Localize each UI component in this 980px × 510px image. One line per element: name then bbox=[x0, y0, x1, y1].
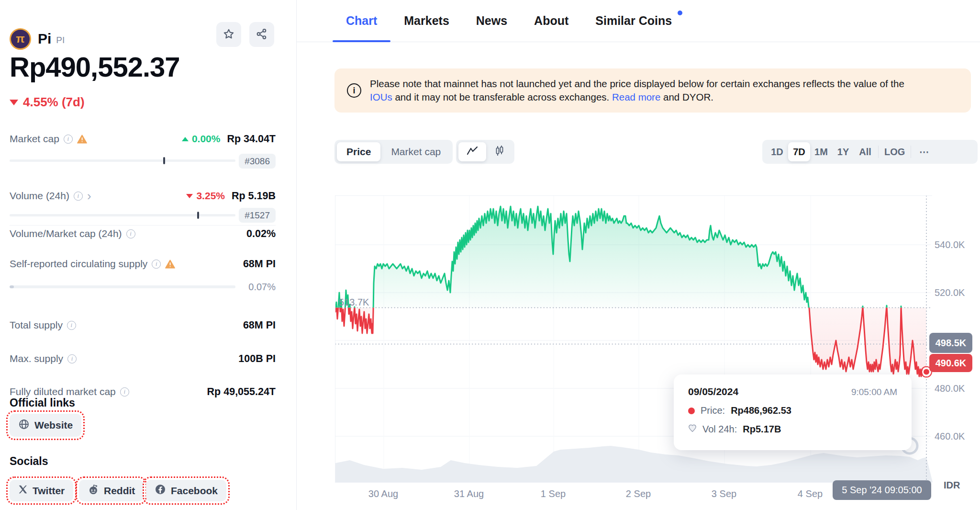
range-1d[interactable]: 1D bbox=[766, 142, 788, 161]
x-axis-tick: 30 Aug bbox=[368, 488, 398, 499]
info-icon[interactable]: i bbox=[126, 229, 135, 238]
circulating-supply-value: 68M PI bbox=[243, 258, 276, 270]
baseline-price-label: 513.7K bbox=[339, 297, 369, 308]
divider bbox=[10, 225, 276, 226]
x-axis-tick: 31 Aug bbox=[454, 488, 484, 499]
line-chart-icon bbox=[466, 146, 479, 159]
info-icon[interactable]: i bbox=[74, 192, 83, 201]
ious-link[interactable]: IOUs bbox=[370, 91, 392, 102]
range-7d[interactable]: 7D bbox=[788, 142, 810, 161]
market-cap-value: Rp 34.04T bbox=[227, 133, 276, 145]
warning-icon[interactable] bbox=[77, 135, 87, 144]
coin-symbol: PI bbox=[56, 35, 65, 45]
tooltip-price-value: Rp486,962.53 bbox=[731, 405, 791, 416]
market-cap-row: Market cap i 0.00% Rp 34.04T bbox=[10, 132, 276, 146]
total-supply-value: 68M PI bbox=[243, 319, 276, 331]
notification-dot bbox=[678, 11, 682, 15]
supply-progress-bar bbox=[10, 285, 235, 288]
share-icon bbox=[256, 28, 268, 42]
market-cap-label-group: Market cap i bbox=[10, 133, 87, 145]
volume-label-group: Volume (24h) i › bbox=[10, 190, 91, 202]
tab-markets[interactable]: Markets bbox=[390, 0, 463, 42]
y-axis-tick: 540.0K bbox=[935, 239, 965, 250]
info-icon[interactable]: i bbox=[120, 387, 129, 397]
time-range-selector: 1D 7D 1M 1Y All LOG ⋯ bbox=[762, 140, 978, 164]
line-chart-type-button[interactable] bbox=[458, 142, 486, 161]
y-axis-tick: 520.0K bbox=[935, 287, 965, 298]
y-axis-tick: 480.0K bbox=[935, 383, 965, 394]
read-more-link[interactable]: Read more bbox=[612, 91, 660, 102]
official-links-heading: Official links bbox=[10, 397, 75, 409]
range-1y[interactable]: 1Y bbox=[832, 142, 854, 161]
arrow-down-icon bbox=[186, 194, 193, 198]
share-button[interactable] bbox=[249, 22, 274, 47]
divider bbox=[911, 146, 911, 158]
more-options-button[interactable]: ⋯ bbox=[913, 142, 935, 161]
tooltip-volume-row: Vol 24h: Rp5.17B bbox=[688, 424, 897, 435]
tooltip-time: 9:05:00 AM bbox=[851, 387, 897, 397]
website-link[interactable]: Website bbox=[10, 414, 81, 437]
globe-icon bbox=[18, 419, 30, 432]
info-icon[interactable]: i bbox=[67, 354, 77, 363]
chevron-right-icon[interactable]: › bbox=[87, 193, 91, 199]
social-link-twitter[interactable]: Twitter bbox=[10, 480, 73, 501]
tab-about[interactable]: About bbox=[521, 0, 582, 42]
range-all[interactable]: All bbox=[854, 142, 876, 161]
x-axis-tick: 2 Sep bbox=[626, 488, 651, 499]
tab-similar-coins[interactable]: Similar Coins bbox=[582, 0, 688, 42]
candlestick-chart-type-button[interactable] bbox=[487, 142, 512, 161]
x-twitter-icon bbox=[18, 485, 28, 497]
market-cap-change: 0.00% bbox=[182, 133, 221, 145]
tab-chart[interactable]: Chart bbox=[333, 0, 390, 42]
notice-text: Please note that mainnet has not launche… bbox=[370, 77, 958, 104]
tooltip-date: 09/05/2024 bbox=[688, 386, 738, 397]
reddit-icon bbox=[88, 484, 99, 497]
log-scale-button[interactable]: LOG bbox=[880, 142, 909, 161]
star-icon bbox=[223, 28, 235, 42]
social-link-facebook[interactable]: Facebook bbox=[146, 480, 226, 501]
vol-mcap-value: 0.02% bbox=[246, 228, 276, 240]
circulating-supply-row: Self-reported circulating supply i 68M P… bbox=[10, 257, 276, 271]
crosshair-price-badge: 498.5K bbox=[929, 333, 972, 353]
facebook-icon bbox=[155, 484, 166, 498]
currency-label: IDR bbox=[944, 480, 960, 491]
slider-thumb[interactable] bbox=[197, 212, 199, 219]
current-price-badge: 490.6K bbox=[929, 354, 972, 372]
tooltip-volume-value: Rp5.17B bbox=[743, 424, 781, 435]
main-panel: Chart Markets News About Similar Coins i… bbox=[297, 0, 980, 510]
info-circle-icon: i bbox=[347, 83, 361, 98]
arrow-down-icon bbox=[10, 100, 18, 105]
coin-sidebar: π Pi PI Rp490,552.37 4.55% (7d) Market c… bbox=[0, 0, 297, 510]
tooltip-price-row: Price: Rp486,962.53 bbox=[688, 405, 897, 416]
toggle-price[interactable]: Price bbox=[337, 142, 380, 161]
tab-bar: Chart Markets News About Similar Coins bbox=[297, 0, 980, 42]
social-link-reddit[interactable]: Reddit bbox=[79, 480, 144, 501]
total-supply-row: Total supplyi 68M PI bbox=[10, 318, 276, 332]
price-mcap-toggle: Price Market cap bbox=[334, 140, 453, 164]
pi-logo-icon: π bbox=[10, 28, 31, 50]
x-axis-tick: 1 Sep bbox=[541, 488, 566, 499]
price-chart[interactable]: 513.7K 540.0K 520.0K 480.0K 460.0K 498.5… bbox=[335, 195, 980, 507]
info-icon[interactable]: i bbox=[64, 135, 73, 144]
crosshair-time-badge: 5 Sep '24 09:05:00 bbox=[833, 480, 931, 500]
warning-icon[interactable] bbox=[165, 260, 175, 269]
market-cap-slider[interactable] bbox=[10, 159, 235, 162]
volume-slider[interactable] bbox=[10, 214, 235, 216]
info-icon[interactable]: i bbox=[152, 260, 161, 269]
price-dot-icon bbox=[688, 408, 695, 414]
info-icon[interactable]: i bbox=[67, 321, 76, 330]
volume-rank-badge: #1527 bbox=[239, 208, 276, 223]
supply-percent: 0.07% bbox=[248, 282, 276, 293]
tab-news[interactable]: News bbox=[463, 0, 521, 42]
volume-row: Volume (24h) i › 3.25% Rp 5.19B bbox=[10, 189, 276, 203]
vol-mcap-row: Volume/Market cap (24h)i 0.02% bbox=[10, 227, 276, 240]
toggle-market-cap[interactable]: Market cap bbox=[381, 142, 450, 161]
max-supply-value: 100B PI bbox=[238, 353, 276, 365]
arrow-up-icon bbox=[182, 137, 189, 141]
slider-thumb[interactable] bbox=[163, 157, 165, 164]
market-cap-rank-badge: #3086 bbox=[239, 154, 276, 169]
watchlist-star-button[interactable] bbox=[216, 22, 241, 47]
range-1m[interactable]: 1M bbox=[810, 142, 832, 161]
price-change-7d: 4.55% (7d) bbox=[10, 95, 85, 110]
chart-type-toggle bbox=[456, 140, 514, 164]
